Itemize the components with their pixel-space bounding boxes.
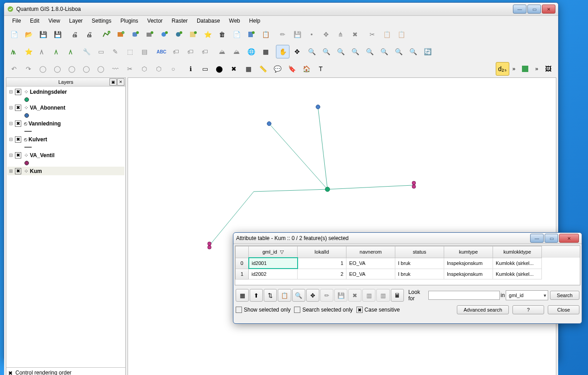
cell-kumlokktype[interactable]: Kumlokk (sirkel...: [493, 269, 542, 279]
save-as-icon[interactable]: 💾: [51, 28, 64, 41]
menu-web[interactable]: Web: [224, 16, 244, 25]
add-raster-icon[interactable]: +: [114, 28, 128, 41]
menu-raster[interactable]: Raster: [167, 16, 192, 25]
cell-gml-id[interactable]: id2002: [249, 269, 298, 279]
cell-status[interactable]: I bruk: [395, 269, 444, 279]
plugin-export-icon[interactable]: 🖼: [541, 62, 555, 76]
add-part-icon[interactable]: ◯: [65, 62, 79, 76]
zoom-out-icon[interactable]: 🔍: [319, 45, 333, 58]
menu-view[interactable]: View: [44, 16, 65, 25]
col-lokalid[interactable]: lokalId: [298, 246, 346, 258]
new-column-icon[interactable]: ▥: [362, 289, 375, 302]
reshape-icon[interactable]: 〰: [109, 62, 122, 76]
composer-icon[interactable]: 🖨: [68, 28, 81, 41]
row-number[interactable]: 1: [236, 269, 249, 279]
layer-kulvert[interactable]: ⊟✖⎋Kulvert: [7, 135, 124, 144]
invert-selection-icon[interactable]: ⇅: [264, 289, 277, 302]
col-gml-id[interactable]: gml_id ▽: [249, 246, 298, 258]
node-tool-icon[interactable]: ⋔: [334, 28, 347, 41]
zoom-to-selected-icon[interactable]: 🔍: [292, 289, 305, 302]
main-titlebar[interactable]: Quantum GIS 1.8.0-Lisboa — ▭ ✕: [4, 3, 558, 16]
refresh-icon[interactable]: 🔄: [421, 45, 434, 58]
new-project-icon[interactable]: 📄: [7, 28, 21, 41]
grass-shell-icon[interactable]: ⬚: [123, 45, 137, 58]
zoom-in-icon[interactable]: 🔍: [305, 45, 318, 58]
add-wms-icon[interactable]: [157, 28, 171, 41]
help-button[interactable]: ?: [512, 305, 544, 314]
case-sensitive-checkbox[interactable]: ✖Case sensitive: [356, 307, 400, 313]
add-vector-icon[interactable]: +: [100, 28, 113, 41]
menu-vector[interactable]: Vector: [143, 16, 167, 25]
panel-undock-icon[interactable]: ▣: [109, 78, 117, 86]
identify-icon[interactable]: ℹ: [184, 62, 197, 76]
grass-browser-icon[interactable]: ▤: [138, 45, 151, 58]
delete-selected-icon[interactable]: ✖: [348, 289, 361, 302]
add-ring-icon[interactable]: ◯: [51, 62, 64, 76]
cell-gml-id[interactable]: id2001: [249, 258, 298, 269]
menu-plugins[interactable]: Plugins: [116, 16, 142, 25]
remove-layer-icon[interactable]: 🗑: [215, 28, 229, 41]
layer-vannledning[interactable]: ⊟✖⎋Vannledning: [7, 119, 124, 128]
duplicate-layer-icon[interactable]: 📋: [259, 28, 272, 41]
grass-region-icon[interactable]: ▭: [94, 45, 108, 58]
attr-titlebar[interactable]: Attribute table - Kum :: 0 / 2 feature(s…: [233, 233, 582, 244]
attr-row-0[interactable]: 0 id2001 1 EO_VA I bruk Inspeksjonskum K…: [236, 258, 580, 269]
merge-icon[interactable]: ⬡: [138, 62, 151, 76]
delete-column-icon[interactable]: ▥: [376, 289, 389, 302]
zoom-full-icon[interactable]: 🔍: [348, 45, 362, 58]
move-to-top-icon[interactable]: ⬆: [250, 289, 263, 302]
close-table-button[interactable]: Close: [548, 305, 579, 314]
zoom-last-icon[interactable]: 🔍: [392, 45, 405, 58]
attr-row-1[interactable]: 1 id2002 2 EO_VA I bruk Inspeksjonskum K…: [236, 269, 580, 279]
cell-status[interactable]: I bruk: [395, 258, 444, 269]
copy-rows-icon[interactable]: 📋: [278, 289, 291, 302]
catalog-icon[interactable]: ▦: [259, 45, 272, 58]
layer-va-abonnent[interactable]: ⊟✖⁘VA_Abonnent: [7, 103, 124, 112]
grass-close-icon[interactable]: [36, 45, 50, 58]
add-point-icon[interactable]: •: [305, 28, 318, 41]
minimize-button[interactable]: —: [513, 5, 526, 14]
print-icon[interactable]: 🖨: [82, 28, 96, 41]
grass-add-raster-icon[interactable]: [65, 45, 79, 58]
show-selected-checkbox[interactable]: Show selected only: [236, 307, 290, 313]
layer-va-ventil[interactable]: ⊟✖⁘VA_Ventil: [7, 151, 124, 159]
deselect-icon[interactable]: ✖: [227, 62, 241, 76]
cell-kumtype[interactable]: Inspeksjonskum: [444, 258, 493, 269]
menu-settings[interactable]: Settings: [87, 16, 116, 25]
zoom-selection-icon[interactable]: 🔍: [363, 45, 376, 58]
new-bookmark-icon[interactable]: 🔖: [285, 62, 299, 76]
cell-navnerom[interactable]: EO_VA: [346, 269, 395, 279]
toggle-editing-icon[interactable]: ✏: [276, 28, 289, 41]
merge-attr-icon[interactable]: ⬡: [152, 62, 166, 76]
attr-minimize-button[interactable]: —: [530, 234, 544, 243]
terrain-icon[interactable]: ⛰: [230, 45, 243, 58]
delete-part-icon[interactable]: ◯: [94, 62, 108, 76]
lookfor-input[interactable]: [428, 291, 500, 300]
simplify-icon[interactable]: ◯: [36, 62, 50, 76]
row-number-header[interactable]: [236, 246, 249, 258]
copy-icon[interactable]: 📋: [380, 28, 394, 41]
select-icon[interactable]: ▭: [198, 62, 212, 76]
zoom-layer-icon[interactable]: 🔍: [377, 45, 391, 58]
search-button[interactable]: Search: [550, 291, 579, 300]
add-postgis-icon[interactable]: [128, 28, 142, 41]
plugin-d2s-icon[interactable]: d₂ₛ: [496, 62, 509, 76]
move-feature-icon[interactable]: ✥: [319, 28, 333, 41]
show-bookmarks-icon[interactable]: 🏠: [299, 62, 313, 76]
save-edits-table-icon[interactable]: 💾: [334, 289, 347, 302]
text-annotation-icon[interactable]: T: [314, 62, 327, 76]
map-canvas[interactable]: [128, 77, 556, 375]
toolbar-overflow-2[interactable]: »: [532, 66, 541, 72]
delete-ring-icon[interactable]: ◯: [80, 62, 93, 76]
pan-to-selection-icon[interactable]: ✥: [290, 45, 304, 58]
search-selected-checkbox[interactable]: Search selected only: [294, 307, 352, 313]
zoom-next-icon[interactable]: 🔍: [406, 45, 420, 58]
paste-icon[interactable]: 📋: [394, 28, 408, 41]
measure-icon[interactable]: 📏: [256, 62, 270, 76]
layer-tree[interactable]: ⊟✖⁘Ledningsdeler ⊟✖⁘VA_Abonnent ⊟✖⎋Vannl…: [6, 87, 125, 367]
label-change-icon[interactable]: 🏷: [198, 45, 212, 58]
delete-feature-icon[interactable]: ✖: [348, 28, 362, 41]
osm-icon[interactable]: 🌐: [244, 45, 258, 58]
unselect-all-icon[interactable]: ▦: [236, 289, 249, 302]
pan-icon[interactable]: ✋: [276, 45, 289, 58]
